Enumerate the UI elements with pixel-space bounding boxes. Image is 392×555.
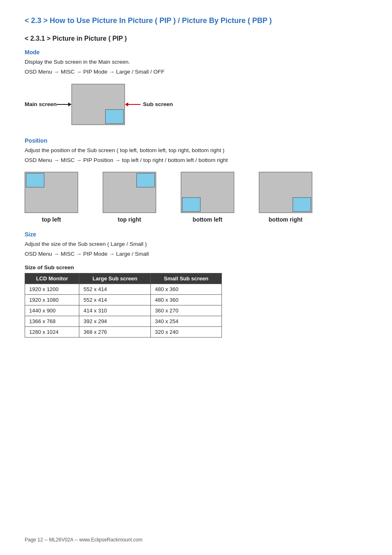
table-row: 1920 x 1080552 x 414480 x 360 <box>25 294 222 305</box>
table-cell: 480 x 360 <box>151 294 222 305</box>
pos-sub-top-right <box>136 173 155 187</box>
mode-section: Mode Display the Sub screen in the Main … <box>25 49 367 125</box>
table-row: 1366 x 768392 x 294340 x 254 <box>25 316 222 326</box>
main-screen-arrow <box>57 101 71 108</box>
size-label: Size <box>25 231 367 238</box>
table-cell: 360 x 270 <box>151 305 222 316</box>
table-cell: 1920 x 1200 <box>25 284 79 294</box>
position-diagrams: top left top right bottom left bottom ri… <box>25 172 367 223</box>
table-cell: 1280 x 1024 <box>25 326 79 337</box>
pos-label-bottom-right: bottom right <box>269 216 302 223</box>
table-header-row: LCD Monitor Large Sub screen Small Sub s… <box>25 273 222 284</box>
table-cell: 340 x 254 <box>151 316 222 326</box>
mode-desc2: OSD Menu → MISC → PIP Mode → Large / Sma… <box>25 68 367 76</box>
pos-label-bottom-left: bottom left <box>193 216 222 223</box>
pip-sub-box <box>105 109 124 124</box>
table-row: 1920 x 1200552 x 414480 x 360 <box>25 284 222 294</box>
table-cell: 414 x 310 <box>79 305 151 316</box>
pos-sub-top-left <box>26 173 44 187</box>
table-body: 1920 x 1200552 x 414480 x 3601920 x 1080… <box>25 284 222 337</box>
page-main-title: < 2.3 > How to Use Picture In Picture ( … <box>25 16 367 25</box>
sub-screen-label-group: Sub screen <box>125 101 173 108</box>
table-row: 1440 x 900414 x 310360 x 270 <box>25 305 222 316</box>
table-cell: 552 x 414 <box>79 284 151 294</box>
main-screen-text: Main screen <box>25 101 57 107</box>
position-section: Position Adjust the position of the Sub … <box>25 137 367 223</box>
table-header-large: Large Sub screen <box>79 273 151 284</box>
pip-diagram: Main screen Sub screen <box>25 84 367 125</box>
table-header-small: Small Sub screen <box>151 273 222 284</box>
pos-item-bottom-left: bottom left <box>181 172 234 223</box>
pos-item-top-left: top left <box>25 172 78 223</box>
size-desc2: OSD Menu → MISC → PIP Mode → Large / Sma… <box>25 250 367 258</box>
pos-box-top-right <box>103 172 156 213</box>
size-desc1: Adjust the size of the Sub screen ( Larg… <box>25 240 367 248</box>
section-2-3-1-title: < 2.3.1 > Picture in Picture ( PIP ) <box>25 35 367 42</box>
pos-label-top-left: top left <box>42 216 61 223</box>
table-cell: 1920 x 1080 <box>25 294 79 305</box>
table-cell: 1366 x 768 <box>25 316 79 326</box>
mode-label: Mode <box>25 49 367 56</box>
pip-main-box <box>71 84 125 125</box>
main-screen-label-group: Main screen <box>25 101 71 108</box>
size-table: LCD Monitor Large Sub screen Small Sub s… <box>25 273 222 338</box>
table-cell: 1440 x 900 <box>25 305 79 316</box>
pos-sub-bottom-left <box>182 197 201 212</box>
position-label: Position <box>25 137 367 144</box>
pos-item-top-right: top right <box>103 172 156 223</box>
pos-sub-bottom-right <box>293 197 311 212</box>
pos-box-bottom-right <box>259 172 312 213</box>
position-desc2: OSD Menu → MISC → PIP Position → top lef… <box>25 156 367 164</box>
mode-desc1: Display the Sub screen in the Main scree… <box>25 58 367 66</box>
table-row: 1280 x 1024368 x 276320 x 240 <box>25 326 222 337</box>
pos-box-bottom-left <box>181 172 234 213</box>
table-cell: 368 x 276 <box>79 326 151 337</box>
table-cell: 392 x 294 <box>79 316 151 326</box>
table-cell: 320 x 240 <box>151 326 222 337</box>
size-section: Size Adjust the size of the Sub screen (… <box>25 231 367 338</box>
table-title: Size of Sub screen <box>25 264 367 271</box>
table-cell: 552 x 414 <box>79 294 151 305</box>
table-header-lcd: LCD Monitor <box>25 273 79 284</box>
page-footer: Page 12 -- ML26V02A -- www.EclipseRackmo… <box>25 537 143 543</box>
table-cell: 480 x 360 <box>151 284 222 294</box>
pos-label-top-right: top right <box>118 216 141 223</box>
position-desc1: Adjust the position of the Sub screen ( … <box>25 146 367 155</box>
sub-screen-text: Sub screen <box>143 101 173 107</box>
pos-box-top-left <box>25 172 78 213</box>
pos-item-bottom-right: bottom right <box>259 172 312 223</box>
